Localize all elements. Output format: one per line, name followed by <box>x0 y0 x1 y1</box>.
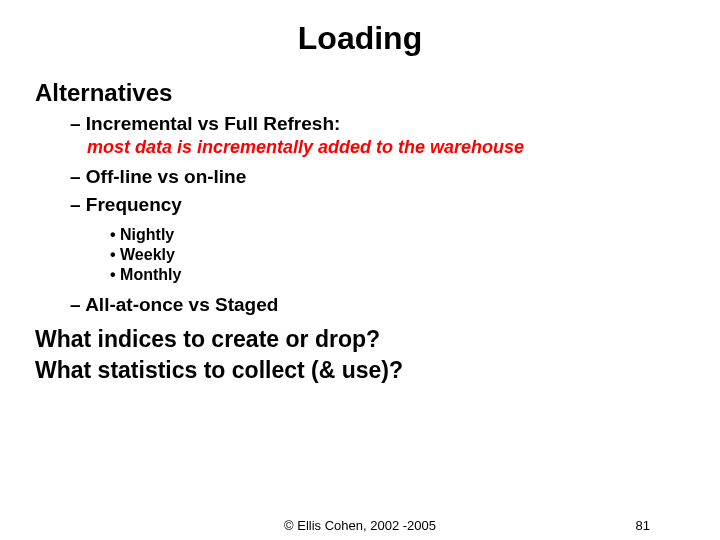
alt-frequency: – Frequency <box>70 194 685 216</box>
page-number: 81 <box>636 518 650 533</box>
copyright: © Ellis Cohen, 2002 -2005 <box>284 518 436 533</box>
freq-weekly: • Weekly <box>110 246 685 264</box>
section-heading: Alternatives <box>35 79 685 107</box>
question-statistics: What statistics to collect (& use)? <box>35 357 685 384</box>
slide-title: Loading <box>35 20 685 57</box>
alt-incremental: – Incremental vs Full Refresh: <box>70 113 685 135</box>
freq-monthly: • Monthly <box>110 266 685 284</box>
question-indices: What indices to create or drop? <box>35 326 685 353</box>
alt-staged: – All-at-once vs Staged <box>70 294 685 316</box>
freq-nightly: • Nightly <box>110 226 685 244</box>
alt-incremental-note: most data is incrementally added to the … <box>87 137 685 158</box>
alt-offline: – Off-line vs on-line <box>70 166 685 188</box>
